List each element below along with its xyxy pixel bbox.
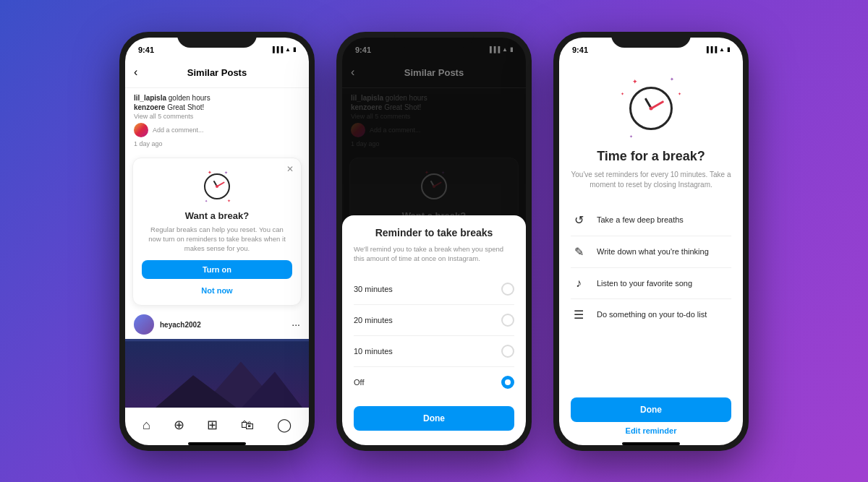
break-card-1: ✕ ✦ ✦ ✦ ✦ Want a break? Regular breaks c… bbox=[132, 158, 302, 306]
mountain-svg bbox=[125, 339, 309, 407]
break-time-title: Time for a break? bbox=[571, 149, 731, 164]
clock-icon-1: ✦ ✦ ✦ ✦ bbox=[199, 168, 235, 205]
status-time-3: 9:41 bbox=[572, 46, 588, 54]
radio-off bbox=[501, 376, 514, 389]
option-label-20: 20 minutes bbox=[354, 316, 393, 324]
sparkle-big-bl: ✦ bbox=[629, 134, 633, 139]
option-label-off: Off bbox=[354, 378, 364, 387]
suggestion-text-1: Take a few deep breaths bbox=[597, 215, 684, 224]
radio-10 bbox=[501, 345, 514, 358]
radio-20 bbox=[501, 314, 514, 327]
break-desc-1: Regular breaks can help you reset. You c… bbox=[142, 225, 292, 254]
suggestion-text-2: Write down what you're thinking bbox=[597, 247, 709, 256]
avatar-md-1 bbox=[134, 314, 154, 335]
notch-1 bbox=[177, 32, 257, 48]
battery-icon: ▮ bbox=[293, 46, 296, 53]
done-button-2[interactable]: Done bbox=[354, 406, 514, 431]
shop-tab-1[interactable]: 🛍 bbox=[241, 418, 254, 433]
commenter-1: lil_lapisla bbox=[134, 94, 166, 102]
suggestion-text-3: Listen to your favorite song bbox=[597, 279, 692, 288]
option-20min[interactable]: 20 minutes bbox=[354, 305, 514, 336]
modal-title: Reminder to take breaks bbox=[354, 227, 514, 238]
wifi-icon-3: ▲ bbox=[719, 46, 725, 53]
option-off[interactable]: Off bbox=[354, 367, 514, 397]
sparkle-br: ✦ bbox=[227, 198, 231, 203]
suggestion-icon-4: ☰ bbox=[571, 308, 587, 322]
tab-bar-1: ⌂ ⊕ ⊞ 🛍 ◯ bbox=[125, 408, 309, 442]
home-indicator-3 bbox=[622, 442, 680, 445]
sparkle-big-r: ✦ bbox=[678, 91, 681, 96]
feed-content-1: lil_lapisla golden hours kenzoere Great … bbox=[125, 88, 309, 408]
comment-section-1: lil_lapisla golden hours kenzoere Great … bbox=[125, 88, 309, 153]
more-options-1[interactable]: ··· bbox=[292, 319, 300, 330]
suggestion-icon-1: ↺ bbox=[571, 213, 587, 227]
battery-icon-3: ▮ bbox=[727, 46, 730, 53]
profile-tab-1[interactable]: ◯ bbox=[277, 417, 292, 433]
break-time-desc: You've set reminders for every 10 minute… bbox=[571, 170, 731, 190]
comment-1: lil_lapisla golden hours bbox=[134, 94, 300, 102]
option-30min[interactable]: 30 minutes bbox=[354, 274, 514, 305]
nav-bar-1: ‹ Similar Posts bbox=[125, 58, 309, 88]
post-username-1: heyach2002 bbox=[160, 321, 286, 329]
clock-center-1 bbox=[216, 185, 218, 188]
back-button-1[interactable]: ‹ bbox=[134, 66, 137, 79]
modal-overlay: Reminder to take breaks We'll remind you… bbox=[342, 38, 526, 445]
modal-sheet: Reminder to take breaks We'll remind you… bbox=[342, 215, 526, 445]
done-button-3[interactable]: Done bbox=[571, 397, 731, 422]
option-10min[interactable]: 10 minutes bbox=[354, 336, 514, 367]
add-comment-1[interactable]: Add a comment... bbox=[153, 126, 204, 134]
phone-3: 9:41 ▐▐▐ ▲ ▮ ✦ ✦ ✦ ✦ ✦ Ti bbox=[553, 32, 749, 451]
reels-tab-1[interactable]: ⊞ bbox=[207, 417, 218, 433]
break-time-screen: ✦ ✦ ✦ ✦ ✦ Time for a break? You've set r… bbox=[559, 58, 743, 380]
turn-on-button[interactable]: Turn on bbox=[142, 260, 292, 279]
suggestion-icon-3: ♪ bbox=[571, 277, 587, 290]
status-icons-3: ▐▐▐ ▲ ▮ bbox=[705, 46, 730, 53]
post-image-1 bbox=[125, 339, 309, 407]
view-comments-1[interactable]: View all 5 comments bbox=[134, 113, 300, 120]
search-tab-1[interactable]: ⊕ bbox=[174, 417, 184, 433]
sparkle-bl: ✦ bbox=[205, 199, 208, 203]
notch-3 bbox=[611, 32, 691, 48]
screen-3: 9:41 ▐▐▐ ▲ ▮ ✦ ✦ ✦ ✦ ✦ Ti bbox=[559, 38, 743, 445]
option-label-10: 10 minutes bbox=[354, 347, 393, 356]
sparkle-big-l: ✦ bbox=[621, 91, 624, 96]
not-now-button[interactable]: Not now bbox=[201, 286, 232, 295]
status-icons-1: ▐▐▐ ▲ ▮ bbox=[271, 46, 296, 53]
home-indicator-1 bbox=[188, 442, 246, 445]
edit-reminder-button[interactable]: Edit reminder bbox=[571, 426, 731, 435]
add-comment-row-1: Add a comment... bbox=[134, 123, 300, 137]
suggestion-3: ♪ Listen to your favorite song bbox=[571, 268, 731, 299]
big-clock-center bbox=[650, 106, 653, 110]
comment-text-1: golden hours bbox=[169, 94, 210, 102]
wifi-icon: ▲ bbox=[285, 46, 291, 53]
sparkle-tr: ✦ bbox=[224, 170, 228, 175]
post-row-1: heyach2002 ··· bbox=[125, 310, 309, 339]
clock-face-1 bbox=[204, 173, 230, 199]
sparkle-big-tl: ✦ bbox=[632, 78, 638, 85]
nav-title-1: Similar Posts bbox=[187, 67, 247, 78]
screen-2: 9:41 ▐▐▐ ▲ ▮ ‹ Similar Posts lil_lapisla… bbox=[342, 38, 526, 445]
suggestion-1: ↺ Take a few deep breaths bbox=[571, 205, 731, 236]
avatar-sm-1 bbox=[134, 123, 148, 137]
signal-icon-3: ▐▐▐ bbox=[705, 46, 717, 53]
big-clock-face bbox=[629, 87, 673, 130]
commenter-2: kenzoere bbox=[134, 103, 165, 111]
modal-desc: We'll remind you to take a break when yo… bbox=[354, 244, 514, 264]
suggestion-text-4: Do something on your to-do list bbox=[597, 310, 707, 319]
home-tab-1[interactable]: ⌂ bbox=[142, 418, 150, 433]
comment-2: kenzoere Great Shot! bbox=[134, 103, 300, 111]
signal-icon: ▐▐▐ bbox=[271, 46, 283, 53]
close-button-1[interactable]: ✕ bbox=[286, 164, 294, 174]
phone-2: 9:41 ▐▐▐ ▲ ▮ ‹ Similar Posts lil_lapisla… bbox=[336, 32, 532, 451]
break-title-1: Want a break? bbox=[142, 210, 292, 221]
phone-1: 9:41 ▐▐▐ ▲ ▮ ‹ Similar Posts lil_lapisla… bbox=[119, 32, 315, 451]
screen-1: 9:41 ▐▐▐ ▲ ▮ ‹ Similar Posts lil_lapisla… bbox=[125, 38, 309, 445]
suggestion-2: ✎ Write down what you're thinking bbox=[571, 236, 731, 268]
sparkle-big-tr: ✦ bbox=[670, 77, 674, 82]
status-time-1: 9:41 bbox=[138, 46, 154, 54]
suggestion-icon-2: ✎ bbox=[571, 245, 587, 259]
radio-30 bbox=[501, 283, 514, 296]
suggestion-4: ☰ Do something on your to-do list bbox=[571, 299, 731, 330]
option-label-30: 30 minutes bbox=[354, 285, 393, 293]
break-bottom: Done Edit reminder bbox=[559, 380, 743, 442]
